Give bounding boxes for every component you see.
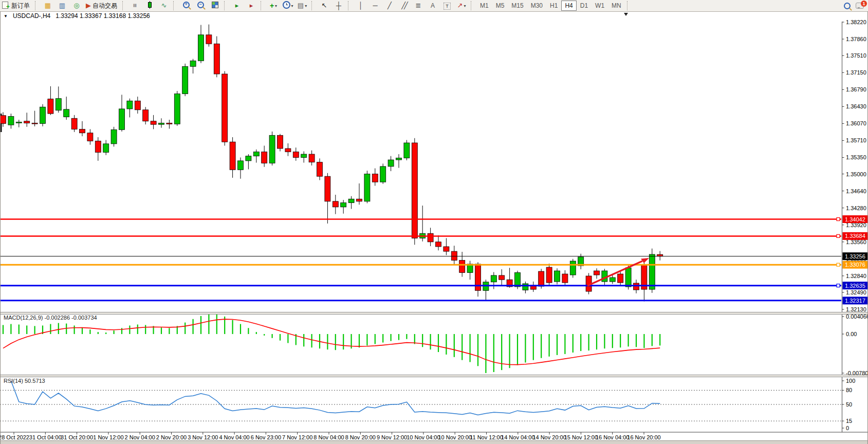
auto-scroll-icon: ▸ (235, 2, 239, 9)
crosshair-button[interactable]: ┼ (331, 0, 346, 11)
svg-text:9 Nov 12:00: 9 Nov 12:00 (377, 434, 407, 440)
macd-name: MACD(12,26,9) (4, 314, 43, 321)
toolbar-button-label: 新订单 (11, 2, 30, 10)
tile-windows-button[interactable] (208, 0, 222, 11)
auto-trading-button[interactable]: ▶自动交易 (84, 0, 120, 11)
svg-text:1.35710: 1.35710 (846, 137, 866, 143)
label-icon: T (444, 2, 451, 10)
svg-text:2 Nov 20:00: 2 Nov 20:00 (156, 434, 187, 440)
svg-text:1.33076: 1.33076 (845, 262, 865, 268)
svg-text:16 Nov 20:00: 16 Nov 20:00 (627, 434, 660, 440)
price-chart-canvas[interactable]: 1.382201.378601.375101.371501.367901.364… (0, 11, 868, 444)
timeframe-W1-button[interactable]: W1 (592, 1, 608, 11)
arrows-button[interactable]: ↗▾ (454, 0, 469, 11)
zoom-out-button[interactable]: − (193, 0, 208, 11)
svg-text:10 Nov 04:00: 10 Nov 04:00 (407, 434, 440, 440)
arrows-icon: ↗ (457, 2, 463, 9)
periods-icon (283, 1, 290, 10)
svg-text:-0.007809: -0.007809 (846, 370, 868, 376)
crosshair-icon: ┼ (336, 2, 341, 10)
main-toolbar: +新订单▦▥◎▶自动交易≡∿+−▸▸+▾▾▤▾↖┼│─╱╱╱≣AT↗▾M1M5M… (0, 0, 868, 12)
auto-scroll-button[interactable]: ▸ (230, 0, 244, 11)
trendline-button[interactable]: ╱ (382, 0, 397, 11)
chart-ohlc-readout: 1.33294 1.33367 1.33168 1.33256 (56, 12, 150, 20)
channel-button[interactable]: ╱╱ (397, 0, 411, 11)
timeframe-H4-button[interactable]: H4 (561, 1, 576, 11)
rsi-value: 50.5713 (25, 378, 45, 384)
cursor-button[interactable]: ↖ (317, 0, 331, 11)
toolbar-separator (348, 1, 352, 10)
chat-icon[interactable]: 1 (856, 3, 864, 9)
svg-text:2 Nov 04:00: 2 Nov 04:00 (125, 434, 155, 440)
text-label-button[interactable]: T (440, 0, 454, 11)
svg-text:8 Nov 04:00: 8 Nov 04:00 (313, 434, 344, 440)
timeframe-H1-button[interactable]: H1 (546, 1, 561, 11)
text-button[interactable]: A (426, 0, 440, 11)
zoom-out-icon: − (197, 2, 204, 10)
line-chart-icon: ∿ (161, 2, 167, 9)
time-axis: 28 Oct 202231 Oct 04:0031 Oct 20:001 Nov… (0, 432, 661, 440)
line-chart-button[interactable]: ∿ (157, 0, 171, 11)
market-watch-button[interactable]: ▦ (41, 0, 55, 11)
svg-text:1.33684: 1.33684 (845, 233, 865, 239)
new-order-icon: + (2, 2, 10, 10)
toolbar-separator (173, 1, 177, 10)
timeframe-M15-button[interactable]: M15 (508, 1, 527, 11)
chart-title-bar[interactable]: ▼ USDCAD-,H4 1.33294 1.33367 1.33168 1.3… (4, 12, 150, 20)
chart-root: 1.382201.378601.375101.371501.367901.364… (0, 13, 868, 444)
svg-text:4 Nov 04:00: 4 Nov 04:00 (219, 434, 249, 440)
timeframe-M1-button[interactable]: M1 (476, 1, 492, 11)
macd-signal-line (3, 319, 660, 365)
candles-layer (1, 25, 663, 302)
trendline-icon: ╱ (387, 2, 392, 9)
timeframe-M5-button[interactable]: M5 (492, 1, 508, 11)
zoom-in-button[interactable]: + (179, 0, 193, 11)
svg-text:1.36790: 1.36790 (846, 86, 866, 92)
svg-text:1.35000: 1.35000 (846, 171, 866, 177)
macd-values: -0.002286 -0.003734 (44, 314, 97, 321)
fibonacci-button[interactable]: ≣ (411, 0, 426, 11)
chevron-down-icon: ▾ (275, 4, 277, 8)
data-window-button[interactable]: ▥ (55, 0, 69, 11)
svg-text:8 Nov 20:00: 8 Nov 20:00 (345, 434, 376, 440)
navigator-button[interactable]: ◎ (69, 0, 84, 11)
svg-text:1.36430: 1.36430 (846, 103, 866, 109)
timeframe-M30-button[interactable]: M30 (527, 1, 546, 11)
svg-text:1.35350: 1.35350 (846, 154, 866, 160)
toolbar-button-label: 自动交易 (93, 2, 117, 10)
chart-shift-button[interactable]: ▸ (244, 0, 258, 11)
channel-icon: ╱╱ (401, 2, 407, 9)
toolbar-separator (35, 1, 39, 10)
chart-symbol-period: USDCAD-,H4 (13, 12, 50, 20)
new-order-button[interactable]: +新订单 (0, 0, 33, 11)
svg-text:1.32130: 1.32130 (846, 306, 866, 312)
candlestick-chart-button[interactable] (142, 0, 157, 11)
svg-text:31 Oct 20:00: 31 Oct 20:00 (61, 434, 93, 440)
vertical-line-button[interactable]: │ (354, 0, 368, 11)
templates-button[interactable]: ▤▾ (295, 0, 309, 11)
window-left-border (0, 11, 1, 444)
chart-dropdown-icon[interactable]: ▼ (4, 14, 8, 18)
periods-button[interactable]: ▾ (281, 0, 295, 11)
svg-text:10 Nov 20:00: 10 Nov 20:00 (438, 434, 471, 440)
svg-text:1.32840: 1.32840 (846, 273, 866, 279)
svg-text:100: 100 (846, 378, 855, 384)
svg-text:1.32317: 1.32317 (845, 298, 865, 304)
horizontal-line-button[interactable]: ─ (368, 0, 382, 11)
tile-windows-icon (212, 2, 218, 10)
indicators-button[interactable]: +▾ (266, 0, 281, 11)
bar-chart-button[interactable]: ≡ (128, 0, 142, 11)
svg-text:80: 80 (846, 387, 852, 393)
svg-text:1.33256: 1.33256 (845, 253, 865, 260)
svg-text:1.34042: 1.34042 (845, 216, 865, 223)
rsi-indicator-label: RSI(14) 50.5713 (4, 378, 45, 384)
svg-text:6 Nov 23:00: 6 Nov 23:00 (251, 434, 281, 440)
svg-text:1.32635: 1.32635 (845, 283, 865, 289)
fibonacci-icon: ≣ (416, 2, 421, 9)
timeframe-MN-button[interactable]: MN (608, 1, 625, 11)
svg-text:1.34640: 1.34640 (846, 188, 866, 194)
search-icon[interactable] (844, 3, 851, 9)
timeframe-D1-button[interactable]: D1 (577, 1, 592, 11)
svg-text:1.37150: 1.37150 (846, 69, 866, 76)
toolbar-separator (471, 1, 475, 10)
